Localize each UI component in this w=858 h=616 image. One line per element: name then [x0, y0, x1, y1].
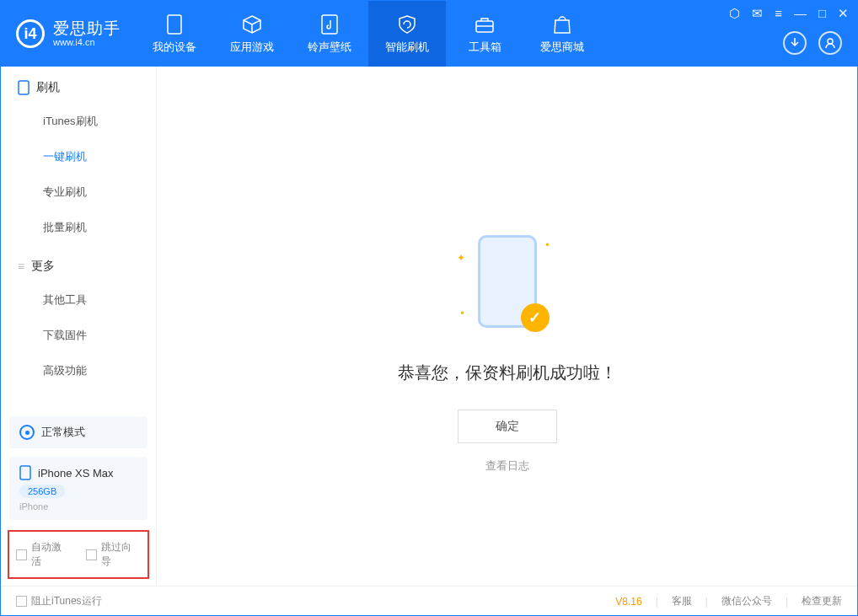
checkbox-icon — [86, 549, 97, 560]
sidebar-section-title: 更多 — [31, 259, 55, 274]
checkbox-label: 跳过向导 — [101, 540, 141, 569]
support-link[interactable]: 客服 — [672, 594, 692, 608]
mode-label: 正常模式 — [41, 425, 85, 440]
nav-apps-games[interactable]: 应用游戏 — [213, 1, 291, 67]
menu-icon[interactable]: ≡ — [775, 6, 782, 21]
cube-icon — [241, 13, 263, 35]
nav-label: 工具箱 — [469, 40, 501, 55]
sidebar-item-other-tools[interactable]: 其他工具 — [1, 282, 156, 318]
sparkle-icon: • — [461, 308, 464, 319]
view-log-link[interactable]: 查看日志 — [485, 458, 529, 474]
app-name-cn: 爱思助手 — [53, 20, 121, 38]
device-cards: 正常模式 iPhone XS Max 256GB iPhone — [1, 408, 156, 528]
nav-label: 铃声壁纸 — [308, 40, 351, 55]
shirt-icon[interactable]: ⬡ — [729, 6, 740, 21]
device-type: iPhone — [19, 501, 137, 512]
nav-label: 应用游戏 — [230, 40, 274, 55]
status-bar: 阻止iTunes运行 V8.16 | 客服 | 微信公众号 | 检查更新 — [1, 586, 857, 616]
download-button[interactable] — [783, 31, 807, 55]
device-icon — [164, 13, 185, 35]
highlighted-options: 自动激活 跳过向导 — [8, 530, 149, 579]
minimize-icon[interactable]: — — [794, 6, 807, 21]
nav-ringtones[interactable]: 铃声壁纸 — [291, 1, 368, 67]
svg-rect-0 — [168, 15, 181, 34]
user-button[interactable] — [818, 31, 842, 55]
device-card[interactable]: iPhone XS Max 256GB iPhone — [9, 457, 147, 520]
sidebar-header-flash: 刷机 — [1, 80, 156, 104]
nav-smart-flash[interactable]: 智能刷机 — [368, 1, 446, 67]
app-header: i4 爱思助手 www.i4.cn 我的设备 应用游戏 铃声壁纸 智能刷机 工具… — [1, 1, 857, 67]
checkbox-label: 自动激活 — [31, 540, 71, 569]
titlebar-controls: ⬡ ✉ ≡ — □ ✕ — [729, 6, 849, 21]
app-body: 刷机 iTunes刷机 一键刷机 专业刷机 批量刷机 ≡ 更多 其他工具 下载固… — [1, 67, 857, 586]
checkbox-block-itunes[interactable]: 阻止iTunes运行 — [16, 594, 102, 608]
sidebar-section-more: ≡ 更多 其他工具 下载固件 高级功能 — [1, 245, 156, 388]
sparkle-icon: ✦ — [457, 252, 465, 264]
svg-rect-5 — [19, 81, 29, 94]
sidebar-item-batch-flash[interactable]: 批量刷机 — [1, 210, 156, 245]
logo-area: i4 爱思助手 www.i4.cn — [1, 1, 136, 67]
toolbox-icon — [474, 13, 496, 35]
sidebar-item-advanced[interactable]: 高级功能 — [1, 353, 156, 388]
sidebar-item-itunes-flash[interactable]: iTunes刷机 — [1, 104, 156, 139]
wechat-link[interactable]: 微信公众号 — [721, 594, 772, 608]
nav-toolbox[interactable]: 工具箱 — [446, 1, 523, 67]
checkbox-auto-activate[interactable]: 自动激活 — [16, 540, 71, 569]
checkbox-icon — [16, 596, 27, 607]
success-message: 恭喜您，保资料刷机成功啦！ — [398, 362, 617, 384]
nav-label: 爱思商城 — [540, 40, 584, 55]
list-icon: ≡ — [18, 260, 24, 273]
maximize-icon[interactable]: □ — [818, 6, 826, 21]
bag-icon — [551, 13, 573, 35]
success-graphic: ✦ • • ✓ — [457, 235, 558, 336]
svg-rect-1 — [322, 15, 337, 34]
phone-icon — [19, 465, 31, 480]
checkbox-skip-guide[interactable]: 跳过向导 — [86, 540, 141, 569]
sidebar-section-title: 刷机 — [36, 80, 60, 95]
capacity-badge: 256GB — [19, 485, 65, 498]
device-name: iPhone XS Max — [38, 467, 114, 479]
main-content: ✦ • • ✓ 恭喜您，保资料刷机成功啦！ 确定 查看日志 — [157, 67, 857, 586]
nav-label: 我的设备 — [153, 40, 196, 55]
version-label: V8.16 — [615, 596, 641, 608]
phone-outline-icon — [18, 80, 29, 95]
sidebar: 刷机 iTunes刷机 一键刷机 专业刷机 批量刷机 ≡ 更多 其他工具 下载固… — [1, 67, 157, 586]
mode-icon — [19, 425, 35, 440]
nav-store[interactable]: 爱思商城 — [523, 1, 601, 67]
sidebar-header-more: ≡ 更多 — [1, 259, 156, 282]
mode-card[interactable]: 正常模式 — [9, 416, 147, 448]
close-icon[interactable]: ✕ — [838, 6, 849, 21]
logo-icon: i4 — [16, 19, 45, 48]
app-name-en: www.i4.cn — [53, 37, 121, 47]
sidebar-item-pro-flash[interactable]: 专业刷机 — [1, 174, 156, 210]
feedback-icon[interactable]: ✉ — [752, 6, 763, 21]
sidebar-item-oneclick-flash[interactable]: 一键刷机 — [1, 139, 156, 174]
svg-point-4 — [828, 39, 833, 44]
checkbox-label: 阻止iTunes运行 — [31, 594, 102, 608]
top-nav: 我的设备 应用游戏 铃声壁纸 智能刷机 工具箱 爱思商城 — [136, 1, 601, 67]
svg-rect-6 — [20, 466, 30, 479]
sidebar-section-flash: 刷机 iTunes刷机 一键刷机 专业刷机 批量刷机 — [1, 67, 156, 245]
header-right-buttons — [783, 31, 842, 55]
sparkle-icon: • — [545, 239, 549, 251]
sidebar-item-download-firmware[interactable]: 下载固件 — [1, 318, 156, 353]
music-file-icon — [319, 13, 341, 35]
app-title: 爱思助手 www.i4.cn — [53, 20, 121, 48]
nav-my-device[interactable]: 我的设备 — [136, 1, 213, 67]
check-badge-icon: ✓ — [521, 303, 550, 332]
checkbox-icon — [16, 549, 27, 560]
refresh-shield-icon — [396, 13, 418, 35]
check-update-link[interactable]: 检查更新 — [802, 594, 842, 608]
ok-button[interactable]: 确定 — [458, 410, 557, 443]
nav-label: 智能刷机 — [385, 40, 429, 55]
